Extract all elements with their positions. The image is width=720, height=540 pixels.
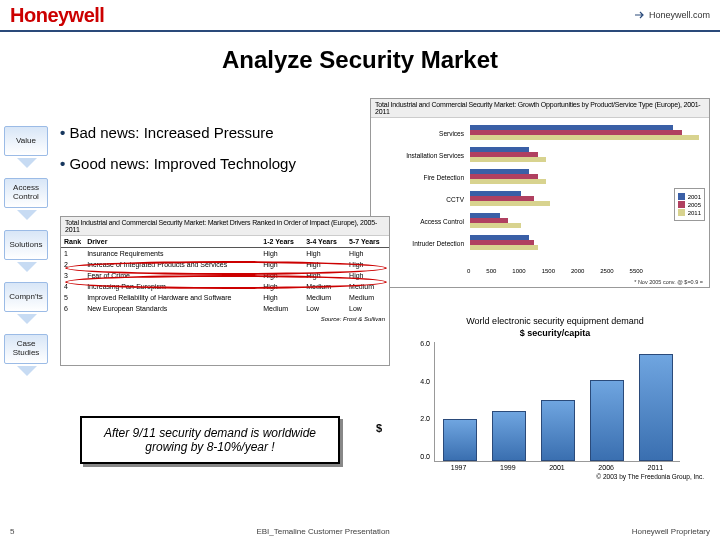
hbar-segment	[470, 157, 546, 162]
drivers-header-row: RankDriver1-2 Years3-4 Years5-7 Years	[61, 236, 389, 248]
y-tick: 2.0	[420, 415, 430, 422]
legend-item: 2001	[678, 193, 701, 200]
table-cell: High	[303, 259, 346, 270]
table-cell: 6	[61, 303, 84, 314]
capita-yaxis: 6.04.02.00.0	[406, 340, 430, 460]
table-cell: High	[346, 270, 389, 281]
legend-item: 2011	[678, 209, 701, 216]
capita-bar	[443, 419, 477, 461]
hbar-track	[470, 168, 703, 186]
table-cell: High	[346, 248, 389, 260]
footer-center: EBI_Temaline Customer Presentation	[256, 527, 389, 536]
table-header: 1-2 Years	[260, 236, 303, 248]
hbar-row: Intruder Detection	[377, 232, 703, 254]
slide-content: ValueAccess ControlSolutionsCompn'tsCase…	[0, 86, 720, 516]
drivers-table: RankDriver1-2 Years3-4 Years5-7 Years 1I…	[61, 236, 389, 314]
capita-body	[434, 342, 680, 462]
chevron-down-icon	[17, 314, 37, 324]
site-url: Honeywell.com	[635, 10, 710, 20]
y-tick: 6.0	[420, 340, 430, 347]
table-cell: High	[260, 292, 303, 303]
hbar-row: Services	[377, 122, 703, 144]
hbar-track	[470, 124, 703, 142]
growth-bar-chart: Total Industrial and Commercial Security…	[370, 98, 710, 288]
y-tick: 4.0	[420, 378, 430, 385]
table-cell: 2	[61, 259, 84, 270]
table-header: 3-4 Years	[303, 236, 346, 248]
table-cell: Medium	[303, 281, 346, 292]
x-tick: 2500	[600, 268, 613, 274]
funnel-box: Compn'ts	[4, 282, 48, 312]
callout-box: After 9/11 security demand is worldwide …	[80, 416, 340, 464]
legend-swatch	[678, 193, 685, 200]
left-funnel: ValueAccess ControlSolutionsCompn'tsCase…	[4, 126, 50, 364]
capita-unit-label: $	[376, 422, 382, 434]
hbar-row: Installation Services	[377, 144, 703, 166]
table-cell: Increasing Pan-Europism	[84, 281, 260, 292]
hbar-label: Installation Services	[377, 152, 467, 159]
bullet-list: Bad news: Increased PressureGood news: I…	[60, 118, 296, 186]
table-row: 5Improved Reliability of Hardware and So…	[61, 292, 389, 303]
table-cell: 3	[61, 270, 84, 281]
chevron-down-icon	[17, 210, 37, 220]
chart-title: Total Industrial and Commercial Security…	[371, 99, 709, 118]
hbar-row: Access Control	[377, 210, 703, 232]
chevron-down-icon	[17, 366, 37, 376]
hbar-track	[470, 234, 703, 252]
page-number: 5	[10, 527, 14, 536]
x-tick: 2011	[648, 464, 664, 471]
capita-title1: World electronic security equipment dema…	[400, 316, 710, 326]
x-tick: 1000	[512, 268, 525, 274]
capita-bar	[541, 400, 575, 461]
table-cell: Improved Reliability of Hardware and Sof…	[84, 292, 260, 303]
capita-bar	[492, 411, 526, 461]
x-tick: 2000	[571, 268, 584, 274]
table-row: 6New European StandardsMediumLowLow	[61, 303, 389, 314]
hbar-label: CCTV	[377, 196, 467, 203]
x-tick: 0	[467, 268, 470, 274]
table-row: 4Increasing Pan-EuropismHighMediumMedium	[61, 281, 389, 292]
chevron-down-icon	[17, 158, 37, 168]
hbar-label: Intruder Detection	[377, 240, 467, 247]
arrow-right-icon	[635, 10, 645, 20]
capita-bar	[639, 354, 673, 461]
x-axis: 050010001500200025005500	[467, 268, 643, 274]
x-tick: 500	[486, 268, 496, 274]
drivers-source: Source: Frost & Sullivan	[61, 314, 389, 324]
table-header: Rank	[61, 236, 84, 248]
x-tick: 1500	[542, 268, 555, 274]
table-cell: High	[303, 248, 346, 260]
capita-source: © 2003 by The Freedonia Group, Inc.	[400, 473, 704, 480]
funnel-box: Case Studies	[4, 334, 48, 364]
hbar-segment	[470, 223, 521, 228]
hbar-segment	[470, 179, 546, 184]
table-cell: High	[260, 270, 303, 281]
hbar-label: Services	[377, 130, 467, 137]
table-cell: High	[260, 248, 303, 260]
table-cell: 5	[61, 292, 84, 303]
table-header: 5-7 Years	[346, 236, 389, 248]
chevron-down-icon	[17, 262, 37, 272]
table-row: 3Fear of CrimeHighHighHigh	[61, 270, 389, 281]
funnel-box: Solutions	[4, 230, 48, 260]
hbar-label: Access Control	[377, 218, 467, 225]
bullet-item: Good news: Improved Technology	[60, 155, 296, 172]
header: Honeywell Honeywell.com	[0, 0, 720, 32]
hbar-track	[470, 190, 703, 208]
table-cell: Fear of Crime	[84, 270, 260, 281]
x-tick: 2001	[549, 464, 565, 471]
x-tick: 1999	[500, 464, 516, 471]
table-header: Driver	[84, 236, 260, 248]
table-cell: Insurance Requirements	[84, 248, 260, 260]
capita-title2: $ security/capita	[400, 328, 710, 338]
hbar-row: Fire Detection	[377, 166, 703, 188]
funnel-box: Value	[4, 126, 48, 156]
hbar-row: CCTV	[377, 188, 703, 210]
table-cell: Medium	[303, 292, 346, 303]
x-tick: 2006	[598, 464, 614, 471]
percapita-chart: World electronic security equipment dema…	[400, 316, 710, 491]
capita-bar	[590, 380, 624, 461]
table-cell: Low	[346, 303, 389, 314]
legend-swatch	[678, 201, 685, 208]
bar-body: ServicesInstallation ServicesFire Detect…	[371, 118, 709, 286]
